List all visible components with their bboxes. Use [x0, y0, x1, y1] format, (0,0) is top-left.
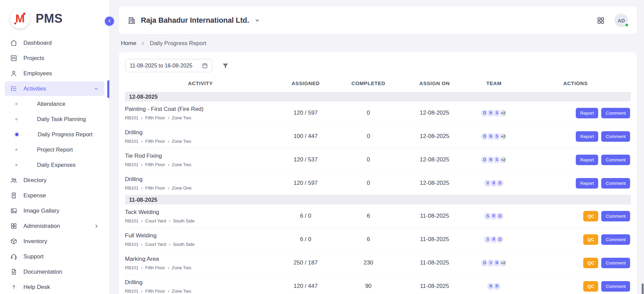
team-member-avatar[interactable]: D	[496, 212, 504, 220]
column-header-actions: ACTIONS	[520, 80, 631, 86]
sidebar-item-help-desk[interactable]: Help Desk	[0, 279, 109, 294]
table-row: Tie Rod FixingRB101›Fifth Floor›Zone Two…	[125, 148, 631, 172]
path-segment: RB101	[125, 218, 139, 223]
assigned-cell: 120 / 537	[276, 156, 335, 163]
breadcrumb-current: Daily Progress Report	[150, 40, 206, 47]
sidebar-subitem-label: Daily Progress Report	[38, 131, 92, 138]
sidebar-subitem-daily-expenses[interactable]: Daily Expenses	[0, 157, 109, 173]
chevron-right-separator: ›	[141, 266, 143, 270]
activity-location-path: RB101›Fifth Floor›Zone Two	[125, 162, 276, 167]
top-header: Raja Bahadur International Ltd. AD	[119, 6, 637, 34]
comment-button[interactable]: Comment	[601, 178, 630, 189]
filter-icon[interactable]	[222, 62, 229, 70]
qc-button[interactable]: QC	[583, 234, 598, 245]
path-segment: South Side	[173, 218, 195, 223]
table-row: DrillingRB101›Fifth Floor›Zone Two120 / …	[125, 275, 631, 294]
path-segment: Fifth Floor	[145, 289, 165, 294]
comment-button[interactable]: Comment	[601, 281, 630, 292]
path-segment: Zone Two	[172, 289, 191, 294]
sidebar-item-directory[interactable]: Directory	[0, 173, 109, 188]
comment-button[interactable]: Comment	[601, 211, 630, 221]
table-header: ACTIVITY ASSIGNED COMPLETED ASSIGN ON TE…	[125, 76, 631, 92]
path-segment: Court Yard	[145, 242, 166, 247]
chevron-left-icon: ‹	[108, 17, 111, 24]
actions-cell: QCComment	[520, 211, 631, 221]
sidebar-subitem-attendance[interactable]: Attendance	[0, 96, 109, 112]
sidebar-item-employees[interactable]: Employees	[0, 66, 109, 81]
chevron-right-separator: ›	[141, 289, 143, 294]
collapse-sidebar-button[interactable]: ‹	[104, 16, 115, 27]
date-range-input[interactable]: 11-08-2025 to 16-08-2025	[125, 59, 213, 72]
completed-cell: 0	[335, 133, 402, 140]
activity-location-path: RB101›Fifth Floor›Zone Two	[125, 115, 276, 120]
sidebar-subitem-daily-progress-report[interactable]: Daily Progress Report	[0, 127, 109, 142]
breadcrumb-home[interactable]: Home	[121, 40, 136, 47]
active-item-indicator	[107, 80, 109, 98]
sidebar-subitem-daily-task-planning[interactable]: Daily Task Planning	[0, 112, 109, 127]
report-button[interactable]: Report	[576, 108, 599, 118]
path-segment: RB101	[125, 242, 139, 247]
apps-grid-icon[interactable]	[596, 16, 605, 25]
activity-cell: Painting - First Coat (Fire Red)RB101›Fi…	[125, 105, 276, 120]
sidebar-item-projects[interactable]: Projects	[0, 51, 109, 66]
actions-cell: ReportComment	[520, 178, 631, 189]
sidebar-item-label: Activities	[23, 85, 46, 92]
team-extra-count[interactable]: +2	[499, 132, 507, 141]
path-segment: Court Yard	[145, 218, 166, 223]
actions-cell: ReportComment	[520, 155, 631, 165]
column-header-activity: ACTIVITY	[125, 80, 276, 86]
report-button[interactable]: Report	[576, 178, 599, 189]
comment-button[interactable]: Comment	[601, 234, 630, 245]
sidebar-item-expense[interactable]: Expense	[0, 188, 109, 203]
directory-icon	[10, 177, 17, 184]
bullet-dot-icon	[15, 133, 18, 136]
sidebar-item-administration[interactable]: Administration	[0, 218, 109, 234]
table-row: DrillingRB101›Fifth Floor›Zone Two100 / …	[125, 125, 631, 148]
activity-location-path: RB101›Court Yard›South Side	[125, 218, 276, 223]
chevron-right-icon	[141, 41, 145, 46]
user-avatar[interactable]: AD	[614, 14, 628, 27]
support-icon	[10, 253, 17, 260]
completed-cell: 0	[335, 110, 402, 116]
activity-table-body: 12-08-2025Painting - First Coat (Fire Re…	[125, 92, 631, 294]
qc-button[interactable]: QC	[583, 211, 598, 221]
vertical-scrollbar[interactable]	[642, 283, 644, 294]
qc-button[interactable]: QC	[583, 258, 598, 268]
projects-icon	[10, 55, 17, 62]
comment-button[interactable]: Comment	[601, 108, 630, 118]
report-button[interactable]: Report	[576, 155, 599, 165]
comment-button[interactable]: Comment	[601, 131, 630, 142]
team-extra-count[interactable]: +2	[499, 156, 507, 164]
report-button[interactable]: Report	[576, 131, 599, 142]
activity-cell: Marking AreaRB101›Fifth Floor›Zone Two	[125, 255, 276, 270]
team-member-avatar[interactable]: D	[496, 235, 504, 244]
sidebar-item-label: Inventory	[23, 238, 47, 245]
app-name: PMS	[36, 12, 63, 26]
sidebar-item-documentation[interactable]: Documentation	[0, 264, 109, 279]
sidebar-nav: Dashboard Projects Employees Activities …	[0, 35, 109, 294]
team-member-avatar[interactable]: D	[496, 179, 504, 188]
chevron-down-icon	[94, 86, 99, 92]
team-member-avatar[interactable]: R	[493, 282, 501, 291]
activity-location-path: RB101›Fifth Floor›Zone Two	[125, 139, 276, 144]
sidebar-item-support[interactable]: Support	[0, 249, 109, 264]
team-extra-count[interactable]: +2	[499, 259, 507, 267]
completed-cell: 230	[335, 259, 402, 266]
activities-icon	[10, 85, 17, 92]
sidebar-item-dashboard[interactable]: Dashboard	[0, 35, 109, 51]
chevron-right-separator: ›	[141, 162, 143, 167]
sidebar-item-inventory[interactable]: Inventory	[0, 234, 109, 249]
team-extra-count[interactable]: +2	[499, 109, 507, 117]
assign-on-cell: 11-08-2025	[402, 259, 468, 266]
company-selector[interactable]: Raja Bahadur International Ltd.	[128, 16, 260, 25]
date-range-value: 11-08-2025 to 16-08-2025	[130, 63, 192, 69]
chevron-right-separator: ›	[141, 242, 143, 247]
assign-on-cell: 11-08-2025	[402, 236, 468, 243]
home-icon	[10, 39, 17, 46]
comment-button[interactable]: Comment	[601, 155, 630, 165]
comment-button[interactable]: Comment	[601, 258, 630, 268]
sidebar-item-activities[interactable]: Activities	[5, 81, 105, 96]
sidebar-item-image-gallery[interactable]: Image Gallary	[0, 203, 109, 218]
sidebar-subitem-project-report[interactable]: Project Report	[0, 142, 109, 157]
qc-button[interactable]: QC	[583, 281, 598, 292]
